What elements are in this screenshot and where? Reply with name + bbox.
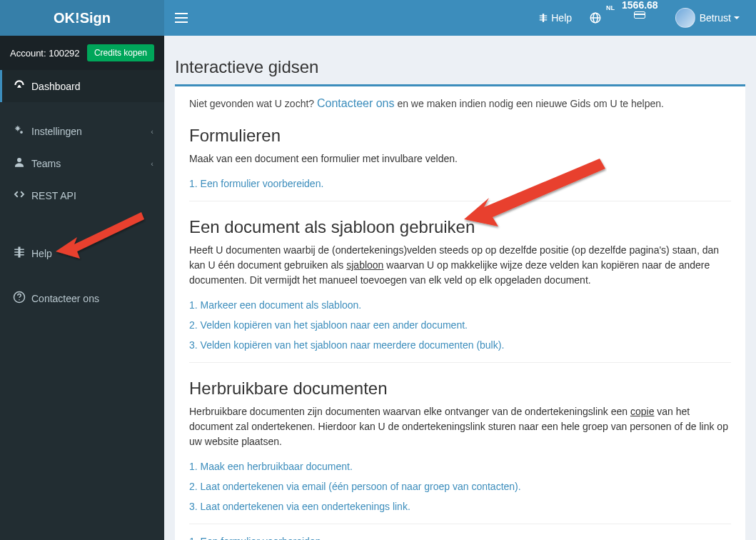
link-maak-herbruikbaar[interactable]: 1. Maak een herbruikbaar document.	[189, 456, 731, 476]
link-velden-kopieren-ander[interactable]: 2. Velden kopiëren van het sjabloon naar…	[189, 315, 731, 335]
contact-us-link[interactable]: Contacteer ons	[317, 97, 395, 109]
logo[interactable]: OK!Sign	[0, 0, 164, 36]
divider	[189, 362, 731, 363]
user-menu[interactable]: Betrust	[670, 0, 745, 36]
sidebar: Account: 100292 Credits kopen Dashboard …	[0, 36, 164, 540]
section-herbruikbaar-title: Herbruikbare documenten	[189, 379, 731, 399]
chevron-left-icon: ‹	[151, 159, 153, 168]
account-row: Account: 100292 Credits kopen	[0, 36, 164, 70]
svg-point-5	[20, 131, 23, 134]
copie-inline-link[interactable]: copie	[630, 406, 654, 417]
hamburger-icon	[175, 13, 188, 23]
sidebar-item-label: Help	[31, 248, 52, 259]
sidebar-item-restapi[interactable]: REST API	[0, 179, 164, 211]
code-icon	[13, 188, 26, 203]
svg-point-6	[17, 158, 21, 162]
sidebar-item-contact[interactable]: Contacteer ons	[0, 282, 164, 314]
buy-credits-button[interactable]: Credits kopen	[87, 44, 154, 61]
sjabloon-inline-link[interactable]: sjabloon	[346, 259, 383, 271]
card-icon	[634, 11, 645, 19]
sidebar-item-label: Dashboard	[31, 81, 81, 92]
link-formulier-voorbereiden[interactable]: 1. Een formulier voorbereiden.	[189, 174, 731, 194]
help-icon	[538, 13, 548, 23]
sidebar-item-label: REST API	[31, 190, 76, 201]
question-icon	[13, 291, 26, 306]
not-found-line: Niet gevonden wat U zocht? Contacteer on…	[189, 97, 731, 110]
svg-rect-0	[543, 14, 544, 22]
sidebar-item-instellingen[interactable]: Instellingen ‹	[0, 115, 164, 147]
section-formulieren-desc: Maak van een document een formulier met …	[189, 151, 731, 166]
page-title: Interactieve gidsen	[175, 57, 745, 77]
section-herbruikbaar-desc: Herbruikbare documenten zijn documenten …	[189, 404, 731, 449]
nf-suffix: en we maken indien nodig een nieuwe Gids…	[395, 98, 664, 109]
top-header: OK!Sign Help NL 1566.68 Betrust	[0, 0, 756, 36]
nf-prefix: Niet gevonden wat U zocht?	[189, 98, 317, 109]
help-icon	[13, 246, 26, 261]
divider	[189, 201, 731, 201]
avatar	[675, 8, 695, 28]
help-menu[interactable]: Help	[533, 0, 578, 36]
main-content: Interactieve gidsen Niet gevonden wat U …	[164, 36, 756, 540]
gears-icon	[13, 124, 26, 139]
svg-rect-7	[19, 247, 21, 258]
sidebar-item-label: Instellingen	[31, 126, 82, 137]
section-sjabloon-title: Een document als sjabloon gebruiken	[189, 217, 731, 237]
link-markeer-slabloon[interactable]: 1. Markeer een document als slabloon.	[189, 295, 731, 315]
content-box: Niet gevonden wat U zocht? Contacteer on…	[175, 84, 745, 540]
credits-indicator[interactable]: 1566.68	[616, 0, 664, 36]
caret-down-icon	[734, 16, 740, 19]
nav-right: Help NL 1566.68 Betrust	[533, 0, 756, 36]
chevron-left-icon: ‹	[151, 127, 153, 136]
section-formulieren-title: Formulieren	[189, 126, 731, 146]
divider	[189, 524, 731, 524]
link-ondertekenen-link[interactable]: 3. Laat ondertekenen via een ondertekeni…	[189, 496, 731, 516]
sidebar-item-help[interactable]: Help	[0, 237, 164, 269]
link-ondertekenen-email[interactable]: 2. Laat ondertekenen via email (één pers…	[189, 476, 731, 496]
sidebar-item-label: Teams	[31, 158, 61, 169]
svg-point-9	[19, 299, 20, 301]
language-label: NL	[606, 4, 615, 11]
help-label: Help	[551, 12, 572, 24]
hamburger-button[interactable]	[164, 0, 198, 36]
account-label: Account: 100292	[10, 48, 80, 59]
section-sjabloon-desc: Heeft U documenten waarbij de (onderteke…	[189, 243, 731, 288]
username: Betrust	[700, 12, 731, 24]
language-switcher[interactable]: NL	[583, 0, 610, 36]
globe-icon	[589, 11, 602, 24]
dashboard-icon	[13, 79, 26, 94]
link-velden-kopieren-bulk[interactable]: 3. Velden kopiëren van het sjabloon naar…	[189, 335, 731, 355]
user-icon	[13, 156, 26, 171]
link-formulier-voorbereiden-2[interactable]: 1. Een formulier voorbereiden.	[189, 531, 731, 540]
credits-amount: 1566.68	[622, 0, 658, 10]
sidebar-item-dashboard[interactable]: Dashboard	[0, 70, 164, 102]
sidebar-item-teams[interactable]: Teams ‹	[0, 147, 164, 179]
sidebar-item-label: Contacteer ons	[31, 293, 99, 304]
